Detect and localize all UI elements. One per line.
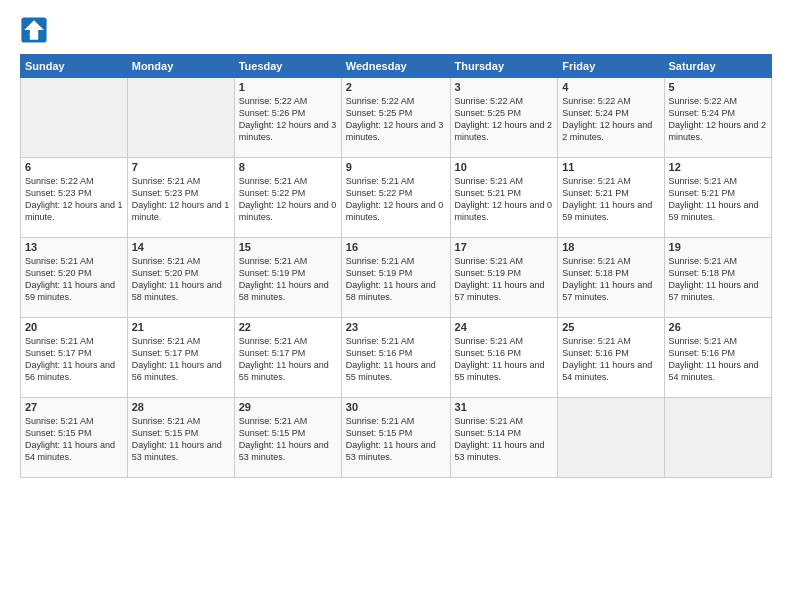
day-detail: Sunrise: 5:22 AM Sunset: 5:25 PM Dayligh… [346, 95, 446, 144]
day-number: 3 [455, 81, 554, 93]
calendar-cell [664, 398, 771, 478]
day-number: 13 [25, 241, 123, 253]
calendar-cell: 16Sunrise: 5:21 AM Sunset: 5:19 PM Dayli… [341, 238, 450, 318]
day-detail: Sunrise: 5:21 AM Sunset: 5:14 PM Dayligh… [455, 415, 554, 464]
weekday-header: Wednesday [341, 55, 450, 78]
calendar-cell: 4Sunrise: 5:22 AM Sunset: 5:24 PM Daylig… [558, 78, 664, 158]
day-detail: Sunrise: 5:22 AM Sunset: 5:24 PM Dayligh… [669, 95, 767, 144]
day-number: 18 [562, 241, 659, 253]
weekday-header: Sunday [21, 55, 128, 78]
day-number: 2 [346, 81, 446, 93]
day-number: 5 [669, 81, 767, 93]
page: SundayMondayTuesdayWednesdayThursdayFrid… [0, 0, 792, 612]
day-number: 30 [346, 401, 446, 413]
day-detail: Sunrise: 5:21 AM Sunset: 5:16 PM Dayligh… [455, 335, 554, 384]
day-detail: Sunrise: 5:21 AM Sunset: 5:16 PM Dayligh… [346, 335, 446, 384]
day-detail: Sunrise: 5:21 AM Sunset: 5:18 PM Dayligh… [562, 255, 659, 304]
day-number: 7 [132, 161, 230, 173]
day-detail: Sunrise: 5:21 AM Sunset: 5:17 PM Dayligh… [239, 335, 337, 384]
day-detail: Sunrise: 5:21 AM Sunset: 5:15 PM Dayligh… [132, 415, 230, 464]
day-number: 9 [346, 161, 446, 173]
calendar-cell: 17Sunrise: 5:21 AM Sunset: 5:19 PM Dayli… [450, 238, 558, 318]
calendar-cell: 19Sunrise: 5:21 AM Sunset: 5:18 PM Dayli… [664, 238, 771, 318]
calendar-cell: 8Sunrise: 5:21 AM Sunset: 5:22 PM Daylig… [234, 158, 341, 238]
day-detail: Sunrise: 5:21 AM Sunset: 5:23 PM Dayligh… [132, 175, 230, 224]
calendar-week-row: 1Sunrise: 5:22 AM Sunset: 5:26 PM Daylig… [21, 78, 772, 158]
day-detail: Sunrise: 5:21 AM Sunset: 5:21 PM Dayligh… [562, 175, 659, 224]
day-number: 22 [239, 321, 337, 333]
weekday-header: Tuesday [234, 55, 341, 78]
day-number: 19 [669, 241, 767, 253]
logo-icon [20, 16, 48, 44]
calendar-week-row: 27Sunrise: 5:21 AM Sunset: 5:15 PM Dayli… [21, 398, 772, 478]
calendar-cell [127, 78, 234, 158]
calendar-header-row: SundayMondayTuesdayWednesdayThursdayFrid… [21, 55, 772, 78]
day-number: 6 [25, 161, 123, 173]
day-detail: Sunrise: 5:21 AM Sunset: 5:22 PM Dayligh… [346, 175, 446, 224]
day-detail: Sunrise: 5:21 AM Sunset: 5:15 PM Dayligh… [239, 415, 337, 464]
day-number: 17 [455, 241, 554, 253]
day-detail: Sunrise: 5:21 AM Sunset: 5:17 PM Dayligh… [25, 335, 123, 384]
day-detail: Sunrise: 5:21 AM Sunset: 5:21 PM Dayligh… [669, 175, 767, 224]
calendar-cell: 14Sunrise: 5:21 AM Sunset: 5:20 PM Dayli… [127, 238, 234, 318]
day-detail: Sunrise: 5:21 AM Sunset: 5:16 PM Dayligh… [669, 335, 767, 384]
calendar-cell: 31Sunrise: 5:21 AM Sunset: 5:14 PM Dayli… [450, 398, 558, 478]
calendar-cell: 15Sunrise: 5:21 AM Sunset: 5:19 PM Dayli… [234, 238, 341, 318]
calendar-cell: 2Sunrise: 5:22 AM Sunset: 5:25 PM Daylig… [341, 78, 450, 158]
calendar-cell: 5Sunrise: 5:22 AM Sunset: 5:24 PM Daylig… [664, 78, 771, 158]
calendar-cell: 30Sunrise: 5:21 AM Sunset: 5:15 PM Dayli… [341, 398, 450, 478]
calendar-cell: 3Sunrise: 5:22 AM Sunset: 5:25 PM Daylig… [450, 78, 558, 158]
day-detail: Sunrise: 5:21 AM Sunset: 5:20 PM Dayligh… [25, 255, 123, 304]
day-number: 29 [239, 401, 337, 413]
weekday-header: Thursday [450, 55, 558, 78]
day-detail: Sunrise: 5:21 AM Sunset: 5:16 PM Dayligh… [562, 335, 659, 384]
day-number: 12 [669, 161, 767, 173]
calendar-cell: 12Sunrise: 5:21 AM Sunset: 5:21 PM Dayli… [664, 158, 771, 238]
logo [20, 16, 52, 44]
day-detail: Sunrise: 5:21 AM Sunset: 5:15 PM Dayligh… [346, 415, 446, 464]
calendar-cell: 20Sunrise: 5:21 AM Sunset: 5:17 PM Dayli… [21, 318, 128, 398]
day-number: 28 [132, 401, 230, 413]
day-detail: Sunrise: 5:21 AM Sunset: 5:19 PM Dayligh… [346, 255, 446, 304]
day-number: 31 [455, 401, 554, 413]
day-number: 27 [25, 401, 123, 413]
calendar-cell: 24Sunrise: 5:21 AM Sunset: 5:16 PM Dayli… [450, 318, 558, 398]
calendar-week-row: 13Sunrise: 5:21 AM Sunset: 5:20 PM Dayli… [21, 238, 772, 318]
calendar-cell: 9Sunrise: 5:21 AM Sunset: 5:22 PM Daylig… [341, 158, 450, 238]
calendar-week-row: 20Sunrise: 5:21 AM Sunset: 5:17 PM Dayli… [21, 318, 772, 398]
calendar-cell: 6Sunrise: 5:22 AM Sunset: 5:23 PM Daylig… [21, 158, 128, 238]
calendar-cell: 21Sunrise: 5:21 AM Sunset: 5:17 PM Dayli… [127, 318, 234, 398]
calendar-cell: 7Sunrise: 5:21 AM Sunset: 5:23 PM Daylig… [127, 158, 234, 238]
day-detail: Sunrise: 5:22 AM Sunset: 5:26 PM Dayligh… [239, 95, 337, 144]
calendar-cell: 29Sunrise: 5:21 AM Sunset: 5:15 PM Dayli… [234, 398, 341, 478]
day-number: 1 [239, 81, 337, 93]
day-number: 21 [132, 321, 230, 333]
day-detail: Sunrise: 5:22 AM Sunset: 5:24 PM Dayligh… [562, 95, 659, 144]
day-detail: Sunrise: 5:21 AM Sunset: 5:15 PM Dayligh… [25, 415, 123, 464]
day-number: 8 [239, 161, 337, 173]
day-number: 25 [562, 321, 659, 333]
day-number: 23 [346, 321, 446, 333]
day-detail: Sunrise: 5:21 AM Sunset: 5:20 PM Dayligh… [132, 255, 230, 304]
day-number: 26 [669, 321, 767, 333]
weekday-header: Monday [127, 55, 234, 78]
day-detail: Sunrise: 5:22 AM Sunset: 5:23 PM Dayligh… [25, 175, 123, 224]
day-number: 10 [455, 161, 554, 173]
day-detail: Sunrise: 5:22 AM Sunset: 5:25 PM Dayligh… [455, 95, 554, 144]
header [20, 16, 772, 44]
calendar-cell: 18Sunrise: 5:21 AM Sunset: 5:18 PM Dayli… [558, 238, 664, 318]
day-detail: Sunrise: 5:21 AM Sunset: 5:22 PM Dayligh… [239, 175, 337, 224]
day-detail: Sunrise: 5:21 AM Sunset: 5:19 PM Dayligh… [455, 255, 554, 304]
calendar-cell: 11Sunrise: 5:21 AM Sunset: 5:21 PM Dayli… [558, 158, 664, 238]
weekday-header: Saturday [664, 55, 771, 78]
day-detail: Sunrise: 5:21 AM Sunset: 5:21 PM Dayligh… [455, 175, 554, 224]
calendar-cell: 22Sunrise: 5:21 AM Sunset: 5:17 PM Dayli… [234, 318, 341, 398]
day-number: 11 [562, 161, 659, 173]
calendar-cell: 23Sunrise: 5:21 AM Sunset: 5:16 PM Dayli… [341, 318, 450, 398]
calendar-cell: 27Sunrise: 5:21 AM Sunset: 5:15 PM Dayli… [21, 398, 128, 478]
day-number: 24 [455, 321, 554, 333]
calendar-cell: 26Sunrise: 5:21 AM Sunset: 5:16 PM Dayli… [664, 318, 771, 398]
day-detail: Sunrise: 5:21 AM Sunset: 5:18 PM Dayligh… [669, 255, 767, 304]
calendar-cell: 28Sunrise: 5:21 AM Sunset: 5:15 PM Dayli… [127, 398, 234, 478]
calendar-cell [21, 78, 128, 158]
